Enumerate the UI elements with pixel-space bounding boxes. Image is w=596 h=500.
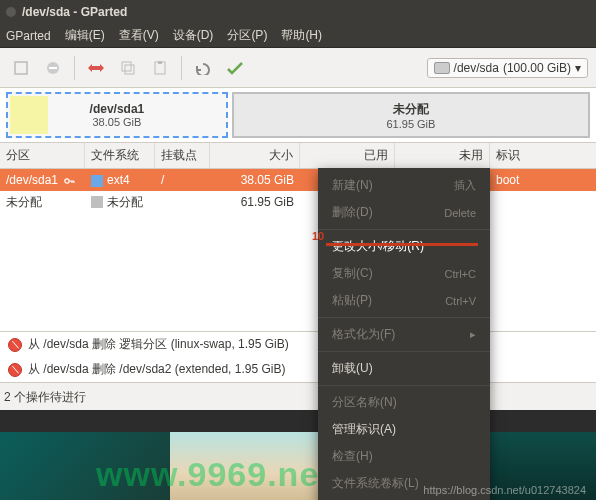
credit-text: https://blog.csdn.net/u012743824 [423,484,586,496]
menu-item[interactable]: 管理标识(A) [318,416,490,443]
partition-table-header: 分区 文件系统 挂载点 大小 已用 未用 标识 [0,142,596,169]
toolbar-separator [74,56,75,80]
menu-view[interactable]: 查看(V) [119,27,159,44]
device-selector[interactable]: /dev/sda (100.00 GiB) ▾ [427,58,588,78]
pending-summary: 2 个操作待进行 [0,382,596,410]
device-size: (100.00 GiB) [503,61,571,75]
col-unused[interactable]: 未用 [395,143,490,168]
menu-item: 检查(H) [318,443,490,470]
menu-device[interactable]: 设备(D) [173,27,214,44]
forbidden-icon: ＼ [8,363,22,377]
window-title: /dev/sda - GParted [22,5,127,19]
undo-button[interactable] [190,55,216,81]
close-dot[interactable] [6,7,16,17]
pending-op[interactable]: ＼ 从 /dev/sda 删除 /dev/sda2 (extended, 1.9… [0,357,596,382]
toolbar: /dev/sda (100.00 GiB) ▾ [0,48,596,88]
menu-separator [318,351,490,352]
disk-map-unallocated[interactable]: 未分配 61.95 GiB [232,92,590,138]
menu-item[interactable]: 卸载(U) [318,355,490,382]
svg-point-7 [65,179,69,183]
partition-table[interactable]: /dev/sda1 ext4 / 38.05 GiB 7.83 GiB 30.2… [0,169,596,331]
svg-rect-6 [158,61,162,64]
menu-help[interactable]: 帮助(H) [281,27,322,44]
menu-item: 新建(N)插入 [318,172,490,199]
disk-map[interactable]: /dev/sda1 38.05 GiB 未分配 61.95 GiB [0,88,596,142]
new-partition-button [8,55,34,81]
apply-button[interactable] [222,55,248,81]
delete-partition-button [40,55,66,81]
pending-op[interactable]: ＼ 从 /dev/sda 删除 逻辑分区 (linux-swap, 1.95 G… [0,332,596,357]
menu-separator [318,385,490,386]
menubar: GParted 编辑(E) 查看(V) 设备(D) 分区(P) 帮助(H) [0,24,596,48]
menu-item[interactable]: 更改大小/移动(R) [318,233,490,260]
chevron-down-icon: ▾ [575,61,581,75]
pending-operations: ＼ 从 /dev/sda 删除 逻辑分区 (linux-swap, 1.95 G… [0,331,596,382]
key-icon [63,175,75,187]
menu-item: 格式化为(F)▸ [318,321,490,348]
col-partition[interactable]: 分区 [0,143,85,168]
menu-item: 分区名称(N) [318,389,490,416]
col-mount[interactable]: 挂载点 [155,143,210,168]
copy-button [115,55,141,81]
toolbar-separator [181,56,182,80]
partition-context-menu[interactable]: 新建(N)插入删除(D)Delete更改大小/移动(R)复制(C)Ctrl+C粘… [318,168,490,500]
menu-edit[interactable]: 编辑(E) [65,27,105,44]
paste-button [147,55,173,81]
menu-gparted[interactable]: GParted [6,29,51,43]
table-empty-area[interactable] [0,213,596,331]
resize-move-button[interactable] [83,55,109,81]
disk-map-partition-sda1[interactable]: /dev/sda1 38.05 GiB [6,92,228,138]
menu-separator [318,229,490,230]
partition-name: /dev/sda1 [6,173,58,187]
annotation-number: 10 [312,230,324,242]
fs-swatch [91,196,103,208]
svg-rect-4 [125,65,134,74]
svg-rect-2 [49,67,57,69]
fs-swatch [91,175,103,187]
annotation-underline [326,243,478,246]
col-size[interactable]: 大小 [210,143,300,168]
menu-item: 复制(C)Ctrl+C [318,260,490,287]
device-path: /dev/sda [454,61,499,75]
forbidden-icon: ＼ [8,338,22,352]
col-used[interactable]: 已用 [300,143,395,168]
menu-partition[interactable]: 分区(P) [227,27,267,44]
table-row[interactable]: /dev/sda1 ext4 / 38.05 GiB 7.83 GiB 30.2… [0,169,596,191]
col-flags[interactable]: 标识 [490,143,596,168]
titlebar: /dev/sda - GParted [0,0,596,24]
table-row[interactable]: 未分配 未分配 61.95 GiB --- --- [0,191,596,213]
hdd-icon [434,62,450,74]
watermark: www.9969.net [96,455,332,494]
menu-item: 粘贴(P)Ctrl+V [318,287,490,314]
svg-rect-0 [15,62,27,74]
menu-item: 删除(D)Delete [318,199,490,226]
svg-rect-3 [122,62,131,71]
col-filesystem[interactable]: 文件系统 [85,143,155,168]
menu-separator [318,317,490,318]
